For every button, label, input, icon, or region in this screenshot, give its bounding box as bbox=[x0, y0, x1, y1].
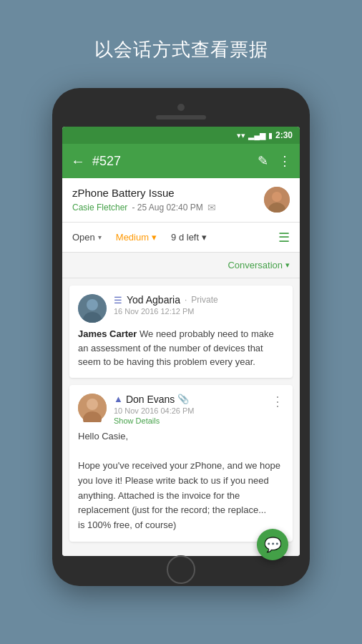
message-1-name: Yod Agbaria bbox=[127, 294, 180, 306]
message-2-body: Hello Casie,Hope you've received your zP… bbox=[78, 429, 284, 534]
ticket-text: zPhone Battery Issue Casie Fletcher - 25… bbox=[72, 187, 216, 213]
edit-icon[interactable]: ✎ bbox=[258, 153, 268, 169]
message-1-name-row: ☰ Yod Agbaria · Private bbox=[114, 294, 284, 306]
phone-screen: ▾▾ ▂▄▆ ▮ 2:30 ← #527 ✎ ⋮ zPhone Battery … bbox=[62, 127, 300, 556]
page-title-text: 以会话方式查看票据 bbox=[94, 37, 268, 62]
message-1-date: 16 Nov 2016 12:12 PM bbox=[114, 307, 284, 316]
message-2-attach-icon: 📎 bbox=[177, 394, 189, 404]
message-2-info-col: ▲ Don Evans 📎 10 Nov 2016 04:26 PM Show … bbox=[114, 394, 264, 425]
message-1-header: ☰ Yod Agbaria · Private 16 Nov 2016 12:1… bbox=[78, 294, 284, 323]
time-chip[interactable]: 9 d left ▾ bbox=[171, 232, 278, 243]
message-card-1: ☰ Yod Agbaria · Private 16 Nov 2016 12:1… bbox=[69, 286, 293, 378]
status-arrow-icon: ▾ bbox=[98, 233, 102, 241]
fab-icon: 💬 bbox=[264, 536, 282, 553]
ticket-info: zPhone Battery Issue Casie Fletcher - 25… bbox=[62, 178, 300, 223]
more-icon[interactable]: ⋮ bbox=[278, 153, 291, 169]
status-chip[interactable]: Open ▾ bbox=[72, 232, 102, 243]
status-bar: ▾▾ ▂▄▆ ▮ 2:30 bbox=[62, 127, 300, 144]
battery-icon: ▮ bbox=[268, 131, 273, 140]
message-1-tag: Private bbox=[191, 295, 217, 305]
message-1-info: ☰ Yod Agbaria · Private 16 Nov 2016 12:1… bbox=[114, 294, 284, 316]
status-label: Open bbox=[72, 232, 95, 243]
show-details-link[interactable]: Show Details bbox=[114, 416, 264, 425]
ticket-avatar bbox=[264, 187, 290, 213]
priority-label: Medium bbox=[116, 232, 149, 243]
signal-icon: ▂▄▆ bbox=[248, 131, 265, 140]
message-2-avatar bbox=[78, 394, 107, 422]
toolbar-actions: ✎ ⋮ bbox=[258, 153, 291, 169]
app-toolbar: ← #527 ✎ ⋮ bbox=[62, 144, 300, 178]
phone-wrapper: ▾▾ ▂▄▆ ▮ 2:30 ← #527 ✎ ⋮ zPhone Battery … bbox=[52, 88, 310, 586]
svg-point-7 bbox=[87, 399, 98, 410]
email-icon: ✉ bbox=[207, 202, 216, 213]
message-2-header: ▲ Don Evans 📎 10 Nov 2016 04:26 PM Show … bbox=[78, 394, 284, 425]
phone-top bbox=[62, 98, 300, 127]
messages-area: ☰ Yod Agbaria · Private 16 Nov 2016 12:1… bbox=[62, 278, 300, 556]
conversation-label: Conversation bbox=[228, 260, 283, 270]
menu-lines-icon[interactable]: ☰ bbox=[278, 230, 290, 245]
phone-bottom bbox=[62, 563, 300, 576]
time-arrow-icon: ▾ bbox=[202, 232, 207, 243]
ticket-author: Casie Fletcher bbox=[72, 203, 127, 213]
message-type-icon: ☰ bbox=[114, 295, 122, 306]
message-1-avatar bbox=[78, 294, 107, 323]
status-row: Open ▾ Medium ▾ 9 d left ▾ ☰ bbox=[62, 223, 300, 253]
message-1-body: James Carter We need probably need to ma… bbox=[78, 327, 284, 369]
svg-point-1 bbox=[272, 192, 282, 202]
back-button[interactable]: ← bbox=[71, 153, 85, 170]
ticket-meta: Casie Fletcher - 25 Aug 02:40 PM ✉ bbox=[72, 202, 216, 213]
priority-chip[interactable]: Medium ▾ bbox=[116, 232, 157, 243]
message-1-bold: James Carter bbox=[78, 328, 137, 339]
conversation-arrow-icon: ▾ bbox=[285, 260, 290, 270]
speaker bbox=[156, 115, 206, 119]
message-2-upload-icon: ▲ bbox=[114, 394, 123, 404]
ticket-date: - 25 Aug 02:40 PM bbox=[132, 203, 202, 213]
status-icons: ▾▾ ▂▄▆ ▮ 2:30 bbox=[237, 130, 293, 140]
wifi-icon: ▾▾ bbox=[237, 131, 245, 140]
status-time: 2:30 bbox=[275, 130, 293, 140]
message-card-2: ▲ Don Evans 📎 10 Nov 2016 04:26 PM Show … bbox=[69, 385, 293, 542]
fab-button[interactable]: 💬 bbox=[257, 529, 288, 560]
conversation-header: Conversation ▾ bbox=[62, 253, 300, 278]
priority-arrow-icon: ▾ bbox=[152, 232, 157, 243]
camera bbox=[177, 104, 185, 111]
ticket-subject: zPhone Battery Issue bbox=[72, 187, 216, 199]
ticket-number-label: #527 bbox=[92, 154, 250, 169]
message-2-name: Don Evans bbox=[126, 394, 175, 405]
message-2-name-row: ▲ Don Evans 📎 bbox=[114, 394, 264, 405]
home-button[interactable] bbox=[167, 555, 195, 584]
time-label: 9 d left bbox=[171, 232, 199, 243]
message-2-more-icon[interactable]: ⋮ bbox=[271, 394, 284, 409]
message-1-separator: · bbox=[185, 295, 187, 305]
svg-point-4 bbox=[87, 299, 98, 311]
message-2-date: 10 Nov 2016 04:26 PM bbox=[114, 406, 264, 415]
